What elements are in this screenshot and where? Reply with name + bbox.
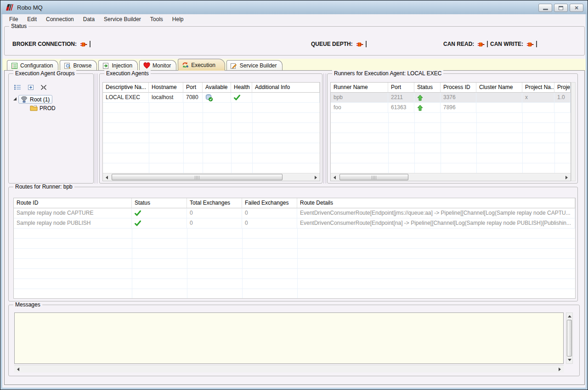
tab-service-builder[interactable]: Service Builder — [226, 60, 283, 71]
scroll-right-arrow[interactable] — [312, 173, 320, 181]
runner-status-cell — [414, 93, 441, 103]
panel-splitter[interactable] — [95, 73, 97, 184]
runner-version — [554, 103, 571, 113]
column-header[interactable]: Project Na... — [522, 83, 554, 93]
column-header[interactable]: Failed Exchanges — [242, 198, 297, 208]
runner-name: foo — [331, 103, 388, 113]
column-header[interactable]: Hostname — [149, 83, 183, 93]
runners-vertical-scrollbar[interactable] — [571, 82, 576, 181]
list-view-icon[interactable] — [14, 84, 21, 90]
tab-execution[interactable]: Execution — [178, 59, 225, 71]
column-header[interactable]: Runner Name — [331, 83, 388, 93]
can-write-field: CAN WRITE: — [490, 40, 537, 48]
scroll-right-arrow[interactable] — [563, 173, 571, 181]
menu-edit[interactable]: Edit — [23, 15, 41, 23]
menu-data[interactable]: Data — [79, 15, 99, 23]
messages-horizontal-scrollbar[interactable] — [14, 365, 564, 373]
maximize-button[interactable] — [554, 4, 568, 12]
close-button[interactable]: ✕ — [570, 4, 583, 12]
agent-info — [252, 93, 320, 103]
column-header[interactable]: Status — [132, 198, 187, 208]
agents-horizontal-scrollbar[interactable] — [103, 173, 320, 181]
runners-table-empty-area — [331, 113, 571, 173]
column-header[interactable]: Process ID — [441, 83, 476, 93]
title-bar[interactable]: Robo MQ ✕ — [1, 1, 587, 14]
scroll-left-arrow[interactable] — [103, 173, 111, 181]
scroll-left-arrow[interactable] — [331, 173, 339, 181]
tab-monitor[interactable]: Monitor — [139, 60, 176, 71]
column-header[interactable]: Additional Info — [252, 83, 320, 93]
column-header[interactable]: Route Details — [297, 198, 575, 208]
agent-row[interactable]: LOCAL EXEC localhost 7080 — [103, 93, 320, 103]
messages-text-area[interactable] — [14, 312, 564, 364]
status-up-arrow-icon — [417, 105, 423, 111]
column-header[interactable]: Port — [388, 83, 414, 93]
broker-connection-field: BROKER CONNECTION: — [12, 40, 90, 48]
status-value-caret — [536, 41, 537, 47]
column-header[interactable]: Port — [183, 83, 203, 93]
queue-depth-field: QUEUE DEPTH: — [311, 40, 367, 48]
collapse-all-icon[interactable] — [40, 84, 47, 90]
column-header[interactable]: Cluster Name — [476, 83, 522, 93]
tab-configuration[interactable]: Configuration — [7, 60, 58, 71]
disconnected-plug-icon — [527, 41, 535, 47]
column-header[interactable]: Route ID — [14, 198, 132, 208]
tab-label: Configuration — [20, 62, 53, 69]
runner-version: 1.0 — [554, 93, 571, 103]
route-row-publish[interactable]: Sample replay node PUBLISH 0 0 EventDriv… — [14, 218, 575, 228]
runners-horizontal-scrollbar[interactable] — [331, 173, 571, 181]
tree-item-prod[interactable]: PROD — [11, 104, 91, 112]
menu-connection[interactable]: Connection — [41, 15, 79, 23]
folder-icon — [30, 105, 38, 111]
tree-item-root[interactable]: Root (1) — [11, 95, 91, 104]
agent-groups-tree: Root (1) PROD — [11, 95, 91, 112]
disconnected-plug-icon — [478, 41, 486, 47]
scrollbar-thumb[interactable] — [112, 174, 283, 180]
menu-bar: File Edit Connection Data Service Builde… — [2, 14, 586, 24]
column-header[interactable]: Status — [414, 83, 441, 93]
minimize-button[interactable] — [538, 4, 552, 12]
group-funnel-icon — [20, 96, 28, 103]
runner-row-bpb[interactable]: bpb 2211 3376 x 1.0 — [331, 93, 571, 103]
tab-label: Injection — [112, 62, 132, 69]
routes-panel: Routes for Runner: bpb Route ID Status T… — [8, 187, 578, 301]
panel-splitter[interactable] — [323, 73, 326, 184]
column-header[interactable]: Total Exchanges — [187, 198, 242, 208]
column-header[interactable]: Health — [231, 83, 252, 93]
scroll-up-arrow[interactable] — [566, 313, 572, 320]
runner-port: 2211 — [388, 93, 414, 103]
scrollbar-thumb[interactable] — [567, 320, 572, 357]
menu-file[interactable]: File — [5, 15, 23, 23]
column-header[interactable]: Proje — [554, 83, 571, 93]
scroll-right-arrow[interactable] — [556, 365, 564, 373]
scroll-down-arrow[interactable] — [566, 357, 572, 363]
agents-legend: Execution Agents — [104, 70, 151, 77]
scrollbar-thumb[interactable] — [339, 174, 408, 180]
tab-injection[interactable]: Injection — [98, 60, 138, 71]
tab-browse[interactable]: Browse — [60, 60, 97, 71]
expand-all-icon[interactable] — [27, 84, 34, 90]
app-window: Robo MQ ✕ File Edit Connection Data Serv… — [0, 0, 588, 390]
menu-tools[interactable]: Tools — [146, 15, 168, 23]
scroll-left-arrow[interactable] — [14, 365, 22, 373]
messages-vertical-scrollbar[interactable] — [566, 312, 573, 364]
tree-expander-icon[interactable] — [13, 97, 17, 100]
broker-connection-label: BROKER CONNECTION: — [12, 41, 77, 47]
status-up-arrow-icon — [417, 95, 423, 101]
column-header[interactable]: Descriptive Na... — [103, 83, 149, 93]
runner-cluster — [476, 103, 522, 113]
runner-pid: 3376 — [441, 93, 476, 103]
agents-panel: Execution Agents Descriptive Na... Hostn… — [99, 73, 322, 184]
status-panel: Status BROKER CONNECTION: QUEUE DEPTH: — [4, 26, 585, 56]
column-header[interactable]: Available — [203, 83, 231, 93]
agent-available-cell — [203, 93, 231, 103]
runner-row-foo[interactable]: foo 61363 7896 — [331, 103, 571, 113]
route-row-capture[interactable]: Sample replay node CAPTURE 0 0 EventDriv… — [14, 208, 575, 218]
route-status-check-icon — [135, 220, 141, 226]
menu-help[interactable]: Help — [168, 15, 188, 23]
runner-cluster — [476, 93, 522, 103]
queue-depth-label: QUEUE DEPTH: — [311, 41, 353, 47]
tree-root-node[interactable]: Root (1) — [18, 95, 52, 104]
menu-service-builder[interactable]: Service Builder — [99, 15, 146, 23]
disconnected-plug-icon — [80, 41, 88, 47]
